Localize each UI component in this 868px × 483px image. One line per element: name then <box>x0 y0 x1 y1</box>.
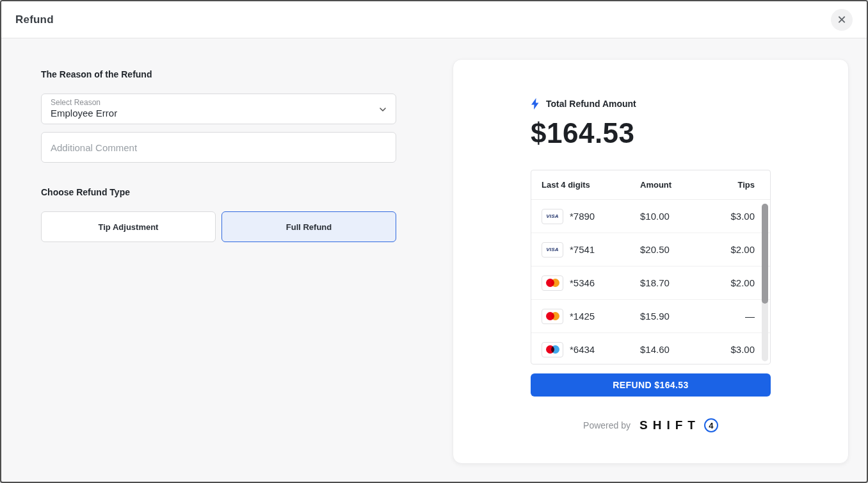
table-row[interactable]: *1425 $15.90 — <box>531 300 770 333</box>
shift4-logo: SHIFT 4 <box>638 418 718 432</box>
refund-type-options: Tip Adjustment Full Refund <box>41 211 396 242</box>
card-table-body: VISA *7890 $10.00 $3.00 VISA *7541 $20.5… <box>531 200 770 364</box>
column-last4: Last 4 digits <box>531 180 640 190</box>
shift4-badge: 4 <box>704 418 718 432</box>
column-amount: Amount <box>640 180 711 190</box>
shift4-wordmark: SHIFT <box>638 418 700 432</box>
table-row[interactable]: VISA *7541 $20.50 $2.00 <box>531 233 770 266</box>
maestro-card-icon <box>542 342 563 357</box>
card-table-header: Last 4 digits Amount Tips <box>531 170 770 200</box>
chevron-down-icon <box>379 106 385 112</box>
visa-card-icon: VISA <box>542 242 563 258</box>
powered-by-label: Powered by <box>583 420 631 430</box>
close-button[interactable]: ✕ <box>831 9 853 31</box>
refund-type-heading: Choose Refund Type <box>41 187 396 197</box>
cell-last4: *5346 <box>570 277 595 288</box>
total-refund-row: Total Refund Amount <box>531 98 771 110</box>
cell-amount: $14.60 <box>640 344 711 355</box>
refund-button[interactable]: REFUND $164.53 <box>531 373 771 397</box>
dialog-title: Refund <box>15 13 54 26</box>
table-row[interactable]: *6434 $14.60 $3.00 <box>531 333 770 364</box>
cell-amount: $15.90 <box>640 311 711 322</box>
table-row[interactable]: *5346 $18.70 $2.00 <box>531 266 770 300</box>
cell-last4: *7890 <box>570 211 595 222</box>
refund-form: The Reason of the Refund Select Reason E… <box>41 69 396 242</box>
cell-last4: *6434 <box>570 344 595 355</box>
reason-select-value: Employee Error <box>51 108 387 119</box>
dialog-header: Refund ✕ <box>1 1 867 38</box>
table-row[interactable]: VISA *7890 $10.00 $3.00 <box>531 200 770 233</box>
reason-heading: The Reason of the Refund <box>41 69 396 79</box>
refund-type-full-refund[interactable]: Full Refund <box>221 211 396 242</box>
cell-amount: $18.70 <box>640 277 711 288</box>
close-icon: ✕ <box>837 14 846 26</box>
refund-summary-card: Total Refund Amount $164.53 Last 4 digit… <box>453 59 849 464</box>
table-scrollbar[interactable] <box>762 204 768 361</box>
mastercard-card-icon <box>542 275 563 291</box>
powered-by-row: Powered by SHIFT 4 <box>531 418 771 432</box>
additional-comment-input[interactable] <box>41 132 396 163</box>
cell-last4: *1425 <box>570 311 595 322</box>
visa-card-icon: VISA <box>542 209 563 224</box>
mastercard-card-icon <box>542 309 563 324</box>
card-table: Last 4 digits Amount Tips VISA *7890 $10… <box>531 170 771 364</box>
refund-dialog: Refund ✕ The Reason of the Refund Select… <box>0 0 868 483</box>
reason-select-label: Select Reason <box>51 98 387 107</box>
table-scrollbar-thumb[interactable] <box>762 204 768 304</box>
reason-select[interactable]: Select Reason Employee Error <box>41 94 396 124</box>
dialog-body: The Reason of the Refund Select Reason E… <box>1 38 867 483</box>
cell-amount: $10.00 <box>640 211 711 222</box>
total-refund-amount: $164.53 <box>531 117 771 149</box>
refund-type-tip-adjustment[interactable]: Tip Adjustment <box>41 211 216 242</box>
cell-amount: $20.50 <box>640 244 711 255</box>
total-refund-label: Total Refund Amount <box>546 99 636 109</box>
lightning-bolt-icon <box>531 98 540 110</box>
cell-last4: *7541 <box>570 244 595 255</box>
column-tips: Tips <box>711 180 770 190</box>
